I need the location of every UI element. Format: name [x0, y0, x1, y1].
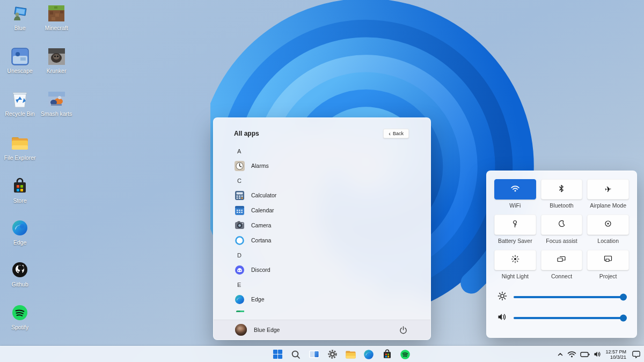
power-button[interactable]: [399, 326, 408, 335]
letter-header-c[interactable]: C: [234, 173, 430, 188]
back-button[interactable]: ‹ Back: [383, 129, 409, 138]
desktop-icon-krunker[interactable]: Krunker: [40, 47, 73, 74]
calendar-icon: [234, 205, 245, 216]
bluetooth-icon: [558, 184, 565, 195]
blue-app-icon: [11, 4, 29, 23]
desktop-icon-label: Spotify: [11, 324, 28, 330]
wifi-icon: [510, 184, 520, 194]
brightness-slider-fill: [514, 296, 624, 298]
unescape-icon: [11, 47, 29, 65]
app-item-cortana[interactable]: Cortana: [234, 233, 430, 248]
letter-header-d[interactable]: D: [234, 248, 430, 262]
desktop-icon-store[interactable]: Store: [3, 177, 36, 204]
airplane-mode-toggle[interactable]: ✈: [587, 179, 629, 200]
tile-location: Location: [587, 215, 629, 244]
edge-icon: [234, 294, 245, 305]
desktop-icon-label: File Explorer: [4, 154, 36, 161]
settings-button[interactable]: [326, 349, 338, 360]
desktop-icon-minecraft[interactable]: Minecraft: [40, 4, 73, 31]
tile-battery-saver: Battery Saver: [494, 215, 536, 244]
volume-slider-row: [494, 311, 629, 325]
task-view-button[interactable]: [308, 349, 320, 360]
taskbar-clock[interactable]: 12:57 PM 10/3/21: [605, 349, 626, 360]
location-toggle[interactable]: [587, 215, 629, 235]
desktop-icon-spotify[interactable]: Spotify: [3, 304, 36, 330]
quick-settings-grid: WiFi Bluetooth ✈ Airplane Mode: [494, 179, 629, 279]
app-item-label: Excel: [251, 311, 265, 312]
windows-desktop: { "wallpaper": { "base": "#a5bfdc", "pet…: [0, 0, 644, 362]
app-item-camera[interactable]: Camera: [234, 218, 430, 233]
desktop-icon-github[interactable]: Github: [3, 261, 36, 287]
battery-saver-icon: [511, 220, 518, 230]
volume-slider-track[interactable]: [514, 317, 626, 319]
app-item-label: Calendar: [251, 207, 274, 213]
notifications-icon[interactable]: [632, 350, 641, 359]
desktop-icon-smash-karts[interactable]: Smash karts: [40, 90, 73, 117]
github-icon: [11, 261, 29, 279]
connect-toggle[interactable]: [541, 250, 583, 270]
tray-wifi-icon[interactable]: [567, 351, 576, 358]
project-display-icon-toggle[interactable]: [587, 250, 629, 270]
night-light-toggle[interactable]: [494, 250, 536, 270]
tile-airplane-mode: ✈ Airplane Mode: [587, 179, 629, 209]
app-item-discord[interactable]: Discord: [234, 262, 430, 277]
desktop-icon-file-explorer[interactable]: File Explorer: [3, 134, 36, 161]
all-apps-title: All apps: [234, 130, 259, 137]
store-button[interactable]: [381, 349, 393, 360]
brightness-slider-track[interactable]: [514, 296, 626, 298]
alarms-icon: [234, 160, 245, 172]
calculator-icon: [234, 190, 245, 201]
start-menu-user-bar: Blue Edge: [214, 320, 430, 339]
start-button[interactable]: [272, 349, 283, 360]
volume-slider-thumb[interactable]: [620, 315, 627, 322]
battery-saver-toggle[interactable]: [494, 215, 536, 235]
wifi-toggle[interactable]: [494, 179, 536, 200]
taskbar: 12:57 PM 10/3/21: [0, 346, 644, 362]
file-explorer-icon: [11, 134, 29, 152]
desktop-icon-label: Unescape: [7, 68, 32, 74]
tile-label: Night Light: [502, 273, 529, 279]
desktop-icon-blue[interactable]: Blue: [3, 4, 36, 31]
user-avatar[interactable]: [235, 324, 247, 336]
bluetooth-toggle[interactable]: [541, 179, 583, 200]
tray-battery-icon[interactable]: [580, 351, 590, 358]
brightness-slider-row: [494, 290, 629, 304]
app-item-calendar[interactable]: Calendar: [234, 203, 430, 218]
desktop-icon-label: Minecraft: [45, 25, 68, 31]
volume-icon: [497, 313, 507, 323]
desktop-icon-edge[interactable]: Edge: [3, 219, 36, 246]
app-item-alarms[interactable]: Alarms: [234, 158, 430, 173]
app-item-excel[interactable]: Excel: [234, 307, 430, 312]
tile-label: Focus assist: [546, 238, 577, 244]
brightness-icon: [497, 291, 507, 303]
desktop-icon-recycle-bin[interactable]: Recycle Bin: [3, 90, 36, 117]
desktop-icon-label: Store: [13, 197, 26, 204]
connect-screens-icon: [557, 255, 566, 265]
camera-icon: [234, 220, 245, 231]
app-item-label: Cortana: [251, 237, 271, 243]
desktop-icon-unescape[interactable]: Unescape: [3, 47, 36, 74]
edge-button[interactable]: [363, 349, 375, 360]
store-icon: [11, 177, 29, 195]
krunker-icon: [47, 47, 65, 65]
spotify-button[interactable]: [399, 349, 411, 360]
letter-header-e[interactable]: E: [234, 277, 430, 292]
chevron-up-icon[interactable]: [557, 352, 564, 357]
night-light-sun-icon: [511, 255, 519, 265]
tile-label: Project: [599, 273, 617, 279]
letter-header-a[interactable]: A: [234, 144, 430, 158]
volume-slider-fill: [514, 317, 624, 319]
tile-project: Project: [587, 250, 629, 279]
tray-volume-icon[interactable]: [594, 351, 602, 358]
focus-assist-toggle[interactable]: [541, 215, 583, 235]
taskbar-tray: 12:57 PM 10/3/21: [557, 346, 641, 362]
tile-label: Connect: [551, 273, 572, 279]
discord-icon: [234, 264, 245, 276]
brightness-slider-thumb[interactable]: [620, 294, 627, 301]
search-button[interactable]: [290, 349, 302, 360]
excel-icon: [234, 309, 245, 313]
app-item-calculator[interactable]: Calculator: [234, 188, 430, 203]
file-explorer-button[interactable]: [345, 349, 356, 360]
app-item-edge[interactable]: Edge: [234, 292, 430, 307]
project-display-icon: [604, 255, 612, 265]
